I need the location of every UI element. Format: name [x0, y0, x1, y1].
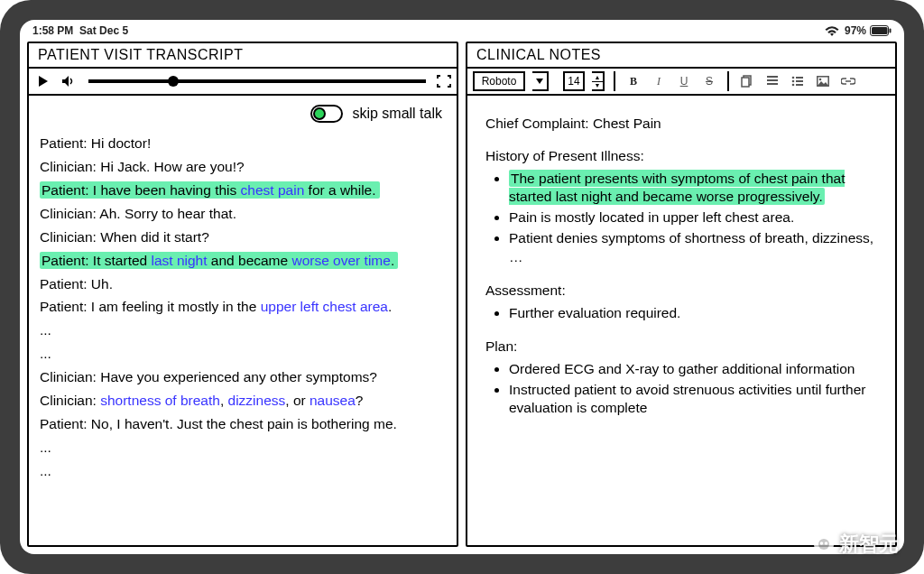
list-icon[interactable]: [789, 72, 807, 90]
wifi-icon: [825, 24, 839, 37]
skip-small-talk-toggle[interactable]: [310, 105, 343, 123]
keyword: upper left chest area: [261, 299, 388, 314]
strikethrough-button[interactable]: S: [700, 72, 718, 90]
transcript-line: ...: [40, 462, 446, 481]
transcript-title: PATIENT VISIT TRANSCRIPT: [29, 43, 457, 69]
notes-body[interactable]: Chief Complaint: Chest Pain History of P…: [467, 96, 895, 430]
play-button[interactable]: [34, 72, 52, 90]
transcript-pane: PATIENT VISIT TRANSCRIPT: [27, 42, 458, 547]
copy-icon[interactable]: [738, 72, 756, 90]
notes-section-heading: Assessment:: [485, 282, 877, 299]
transcript-line: Clinician: Hi Jack. How are you!?: [40, 158, 446, 177]
notes-item: Ordered ECG and X-ray to gather addition…: [509, 360, 877, 378]
font-family-select[interactable]: Roboto: [473, 71, 525, 91]
svg-point-10: [818, 539, 829, 550]
image-icon[interactable]: [814, 72, 832, 90]
media-bar: [29, 69, 457, 96]
svg-point-11: [820, 542, 824, 545]
transcript-line: Patient: I have been having this chest p…: [40, 181, 446, 200]
svg-point-5: [792, 77, 795, 79]
svg-rect-1: [872, 27, 888, 34]
status-time: 1:58 PM: [32, 24, 73, 37]
tablet-frame: 1:58 PM Sat Dec 5 97% PATIENT VISIT TRAN…: [0, 0, 924, 574]
notes-item: Patient denies symptoms of shortness of …: [509, 229, 877, 265]
transcript-line: Patient: Uh.: [40, 275, 446, 294]
status-bar: 1:58 PM Sat Dec 5 97%: [20, 20, 904, 42]
fullscreen-button[interactable]: [437, 75, 451, 88]
watermark-text: 新智元: [839, 531, 899, 558]
svg-rect-2: [890, 29, 892, 33]
font-family-dropdown[interactable]: [532, 71, 549, 91]
notes-title: CLINICAL NOTES: [467, 43, 895, 69]
notes-section-heading: History of Present Illness:: [485, 148, 877, 164]
italic-button[interactable]: I: [650, 72, 668, 90]
notes-section-list: Ordered ECG and X-ray to gather addition…: [485, 360, 877, 417]
keyword: dizziness: [228, 393, 286, 408]
keyword: last night: [151, 253, 207, 268]
align-icon[interactable]: [763, 72, 781, 90]
transcript-line: Clinician: shortness of breath, dizzines…: [40, 392, 446, 411]
svg-point-7: [792, 84, 795, 87]
watermark-icon: [814, 534, 834, 554]
screen: 1:58 PM Sat Dec 5 97% PATIENT VISIT TRAN…: [20, 20, 904, 554]
transcript-line: Clinician: Have you experienced any othe…: [40, 368, 446, 387]
notes-item: The patient presents with symptoms of ch…: [509, 170, 877, 206]
notes-item: Further evaluation required.: [509, 304, 877, 322]
notes-section-heading: Plan:: [485, 338, 877, 355]
transcript-line: ...: [40, 345, 446, 364]
status-date: Sat Dec 5: [79, 24, 128, 37]
battery-indicator: 97%: [845, 24, 892, 37]
seek-thumb[interactable]: [168, 76, 179, 87]
editor-toolbar: Roboto 14▲▼ B I U S: [467, 69, 895, 96]
keyword: shortness of breath: [100, 393, 220, 408]
svg-rect-4: [742, 78, 749, 87]
keyword: nausea: [310, 393, 356, 408]
transcript-body: Patient: Hi doctor!Clinician: Hi Jack. H…: [29, 126, 457, 496]
transcript-line: Patient: I am feeling it mostly in the u…: [40, 298, 446, 317]
skip-small-talk-label: skip small talk: [352, 106, 442, 122]
transcript-line: Patient: No, I haven't. Just the chest p…: [40, 415, 446, 434]
bold-button[interactable]: B: [624, 72, 642, 90]
transcript-line: Patient: It started last night and becam…: [40, 252, 446, 271]
font-size-input[interactable]: 14: [563, 71, 585, 91]
svg-point-12: [825, 542, 828, 545]
seek-track[interactable]: [88, 79, 426, 83]
battery-percent: 97%: [845, 24, 866, 37]
transcript-line: ...: [40, 321, 446, 340]
battery-icon: [870, 25, 892, 36]
font-size-down[interactable]: ▼: [592, 82, 603, 90]
font-size-stepper[interactable]: ▲▼: [592, 71, 605, 91]
notes-item: Pain is mostly located in upper left che…: [509, 208, 877, 227]
transcript-line: Patient: Hi doctor!: [40, 134, 446, 153]
transcript-line: Clinician: Ah. Sorry to hear that.: [40, 205, 446, 224]
svg-point-6: [792, 80, 795, 83]
font-size-up[interactable]: ▲: [592, 73, 603, 82]
chief-complaint: Chief Complaint: Chest Pain: [485, 116, 877, 132]
underline-button[interactable]: U: [675, 72, 693, 90]
notes-section-list: Further evaluation required.: [485, 304, 877, 322]
volume-icon[interactable]: [60, 72, 78, 90]
watermark: 新智元: [814, 531, 899, 558]
notes-section-list: The patient presents with symptoms of ch…: [485, 170, 877, 266]
transcript-line: ...: [40, 439, 446, 458]
notes-pane: CLINICAL NOTES Roboto 14▲▼ B I U S: [466, 42, 897, 547]
link-icon[interactable]: [839, 72, 857, 90]
keyword: worse over time: [291, 253, 390, 268]
notes-item: Instructed patient to avoid strenuous ac…: [509, 381, 877, 417]
transcript-line: Clinician: When did it start?: [40, 228, 446, 247]
svg-point-9: [819, 79, 822, 81]
keyword: chest pain: [241, 182, 305, 198]
